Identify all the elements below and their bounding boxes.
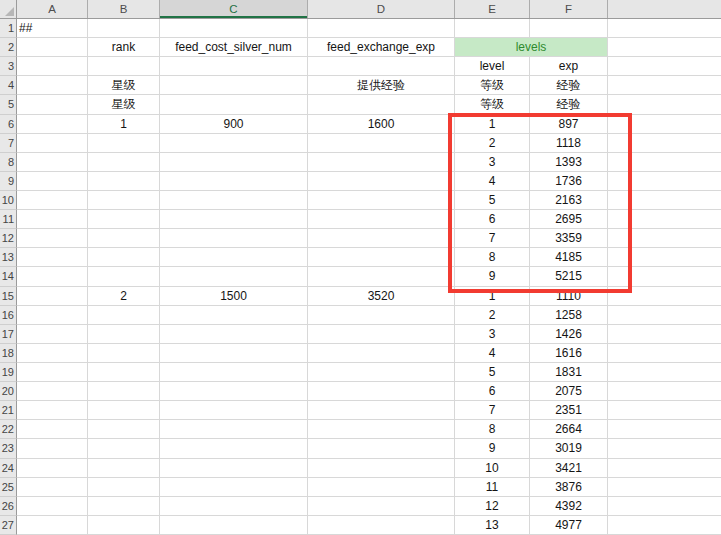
cell-E16[interactable]: 2 [455,306,530,325]
cell-B14[interactable] [88,267,160,286]
cell-G4[interactable] [608,76,721,95]
cell-G26[interactable] [608,497,721,516]
cell-B6[interactable]: 1 [88,115,160,134]
cell-E9[interactable]: 4 [455,172,530,191]
cell-G22[interactable] [608,420,721,439]
cell-E27[interactable]: 13 [455,516,530,535]
cell-D12[interactable] [308,229,455,248]
cell-D24[interactable] [308,459,455,478]
cell-E4[interactable]: 等级 [455,76,530,95]
row-header-3[interactable]: 3 [0,57,17,76]
cell-C16[interactable] [160,306,308,325]
cell-E8[interactable]: 3 [455,153,530,172]
cell-B25[interactable] [88,478,160,497]
column-header-C[interactable]: C [160,0,308,18]
cell-G2[interactable] [608,38,721,57]
row-header-12[interactable]: 12 [0,229,17,248]
cell-B18[interactable] [88,344,160,363]
column-header-blank[interactable] [608,0,721,18]
cell-G13[interactable] [608,248,721,267]
cell-A23[interactable] [17,439,88,458]
cell-A24[interactable] [17,459,88,478]
cell-G1[interactable] [608,19,721,38]
row-header-22[interactable]: 22 [0,420,17,439]
cell-B13[interactable] [88,248,160,267]
cell-D21[interactable] [308,401,455,420]
cell-A26[interactable] [17,497,88,516]
row-header-25[interactable]: 25 [0,478,17,497]
cell-C20[interactable] [160,382,308,401]
cell-G24[interactable] [608,459,721,478]
cell-E2-F2-merged[interactable]: levels [455,38,608,57]
cell-B20[interactable] [88,382,160,401]
cell-B17[interactable] [88,325,160,344]
row-header-15[interactable]: 15 [0,287,17,306]
cell-A8[interactable] [17,153,88,172]
cell-C13[interactable] [160,248,308,267]
cell-B7[interactable] [88,134,160,153]
cell-D14[interactable] [308,267,455,286]
cell-B22[interactable] [88,420,160,439]
cell-F18[interactable]: 1616 [530,344,608,363]
cell-G18[interactable] [608,344,721,363]
cell-B23[interactable] [88,439,160,458]
cell-B24[interactable] [88,459,160,478]
cell-G16[interactable] [608,306,721,325]
cell-D27[interactable] [308,516,455,535]
row-header-27[interactable]: 27 [0,516,17,535]
cell-B12[interactable] [88,229,160,248]
cell-C14[interactable] [160,267,308,286]
cell-A25[interactable] [17,478,88,497]
cell-F27[interactable]: 4977 [530,516,608,535]
cell-F8[interactable]: 1393 [530,153,608,172]
cell-G3[interactable] [608,57,721,76]
cell-A15[interactable] [17,287,88,306]
cell-B5[interactable]: 星级 [88,95,160,114]
column-header-D[interactable]: D [308,0,455,18]
cell-G11[interactable] [608,210,721,229]
cell-F3[interactable]: exp [530,57,608,76]
cell-F1[interactable] [530,19,608,38]
cell-D23[interactable] [308,439,455,458]
cell-G25[interactable] [608,478,721,497]
row-header-23[interactable]: 23 [0,439,17,458]
cell-G6[interactable] [608,115,721,134]
cell-E25[interactable]: 11 [455,478,530,497]
cell-E11[interactable]: 6 [455,210,530,229]
cell-A21[interactable] [17,401,88,420]
row-header-26[interactable]: 26 [0,497,17,516]
cell-D5[interactable] [308,95,455,114]
cell-C17[interactable] [160,325,308,344]
cell-E10[interactable]: 5 [455,191,530,210]
row-header-6[interactable]: 6 [0,115,17,134]
select-all-corner-button[interactable] [0,0,17,18]
cell-F24[interactable]: 3421 [530,459,608,478]
cell-C5[interactable] [160,95,308,114]
cell-E18[interactable]: 4 [455,344,530,363]
cell-G8[interactable] [608,153,721,172]
cell-G21[interactable] [608,401,721,420]
cell-E7[interactable]: 2 [455,134,530,153]
cell-C2[interactable]: feed_cost_silver_num [160,38,308,57]
cell-C6[interactable]: 900 [160,115,308,134]
row-header-10[interactable]: 10 [0,191,17,210]
cell-G9[interactable] [608,172,721,191]
cell-G14[interactable] [608,267,721,286]
cell-B11[interactable] [88,210,160,229]
row-header-1[interactable]: 1 [0,19,17,38]
cell-A6[interactable] [17,115,88,134]
cell-D26[interactable] [308,497,455,516]
cell-G17[interactable] [608,325,721,344]
cell-G5[interactable] [608,95,721,114]
cell-F6[interactable]: 897 [530,115,608,134]
cell-F10[interactable]: 2163 [530,191,608,210]
cell-C22[interactable] [160,420,308,439]
row-header-5[interactable]: 5 [0,95,17,114]
cell-G23[interactable] [608,439,721,458]
cell-E13[interactable]: 8 [455,248,530,267]
cell-B16[interactable] [88,306,160,325]
cell-G12[interactable] [608,229,721,248]
cell-D9[interactable] [308,172,455,191]
cell-A27[interactable] [17,516,88,535]
cell-B4[interactable]: 星级 [88,76,160,95]
